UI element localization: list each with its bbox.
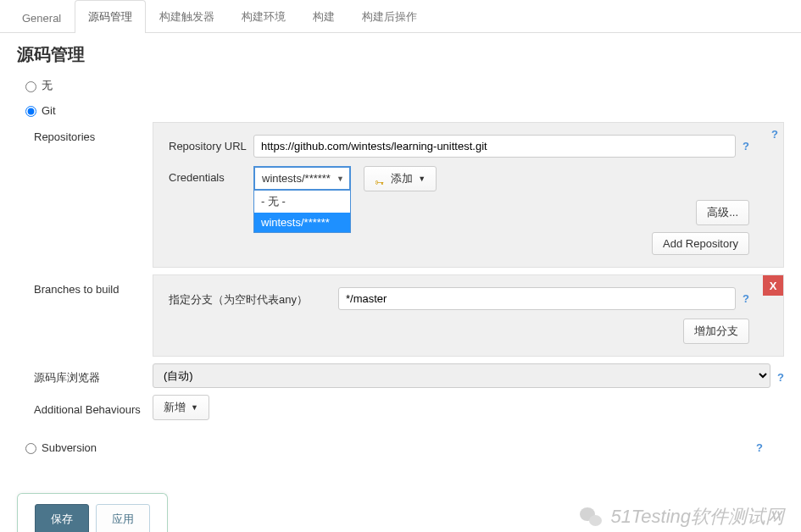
repo-url-label: Repository URL: [169, 135, 253, 152]
scm-git-radio[interactable]: [25, 106, 36, 117]
tab-triggers[interactable]: 构建触发器: [146, 0, 228, 33]
wechat-icon: [578, 506, 604, 528]
credentials-options-list: - 无 - wintests/******: [253, 191, 351, 233]
help-icon[interactable]: ?: [743, 287, 749, 305]
tab-general[interactable]: General: [8, 3, 75, 33]
save-panel: 保存 应用: [17, 493, 168, 532]
credentials-label: Credentials: [169, 166, 253, 184]
help-icon[interactable]: ?: [770, 368, 784, 384]
footer-bar: 保存 应用 51Testing软件测试网 @51CTO博客: [0, 485, 801, 532]
tab-scm[interactable]: 源码管理: [75, 0, 146, 33]
credentials-option-none[interactable]: - 无 -: [254, 191, 350, 213]
repositories-panel: ? Repository URL ? Credentials wintests/…: [153, 122, 784, 268]
config-tabs: General 源码管理 构建触发器 构建环境 构建 构建后操作: [0, 0, 801, 33]
scm-none-label: 无: [42, 78, 53, 93]
repositories-label: Repositories: [34, 122, 153, 143]
save-button[interactable]: 保存: [35, 504, 89, 532]
apply-button[interactable]: 应用: [96, 504, 150, 532]
help-icon[interactable]: ?: [771, 128, 778, 141]
credentials-option-user[interactable]: wintests/******: [254, 213, 350, 232]
watermark: 51Testing软件测试网 @51CTO博客: [578, 504, 784, 532]
advanced-button[interactable]: 高级...: [696, 200, 749, 225]
branch-spec-label: 指定分支（为空时代表any）: [169, 287, 338, 308]
scm-none-row[interactable]: 无: [0, 73, 801, 98]
tab-postbuild[interactable]: 构建后操作: [348, 0, 431, 33]
scm-subversion-row[interactable]: Subversion ?: [0, 435, 801, 459]
branches-label: Branches to build: [34, 274, 153, 296]
credentials-select[interactable]: wintests/******: [253, 166, 351, 191]
repo-browser-label: 源码库浏览器: [34, 367, 153, 385]
add-repository-button[interactable]: Add Repository: [652, 232, 749, 255]
section-title: 源码管理: [0, 33, 801, 73]
help-icon[interactable]: ?: [743, 135, 749, 152]
tab-environment[interactable]: 构建环境: [228, 0, 299, 33]
key-icon: [375, 175, 387, 182]
chevron-down-icon: ▼: [191, 403, 198, 412]
scm-subversion-radio[interactable]: [25, 443, 36, 454]
branch-spec-input[interactable]: [338, 287, 736, 310]
tab-build[interactable]: 构建: [299, 0, 348, 33]
add-credentials-button[interactable]: 添加 ▼: [364, 166, 437, 191]
scm-git-row[interactable]: Git: [0, 98, 801, 122]
add-credentials-label: 添加: [391, 171, 413, 186]
add-behaviour-label: 新增: [164, 400, 186, 415]
repo-url-input[interactable]: [253, 135, 736, 158]
scm-none-radio[interactable]: [25, 81, 36, 92]
watermark-main-text: 51Testing软件测试网: [610, 504, 784, 529]
branches-panel: X 指定分支（为空时代表any） ? 增加分支: [153, 274, 784, 357]
help-icon[interactable]: ?: [756, 441, 780, 454]
add-behaviour-button[interactable]: 新增 ▼: [153, 395, 209, 420]
scm-subversion-label: Subversion: [42, 441, 97, 454]
add-branch-button[interactable]: 增加分支: [683, 319, 749, 344]
scm-git-label: Git: [42, 104, 56, 117]
behaviours-label: Additional Behaviours: [34, 400, 153, 416]
delete-branch-button[interactable]: X: [763, 275, 783, 296]
chevron-down-icon: ▼: [418, 175, 426, 183]
repo-browser-select[interactable]: (自动): [153, 363, 770, 388]
